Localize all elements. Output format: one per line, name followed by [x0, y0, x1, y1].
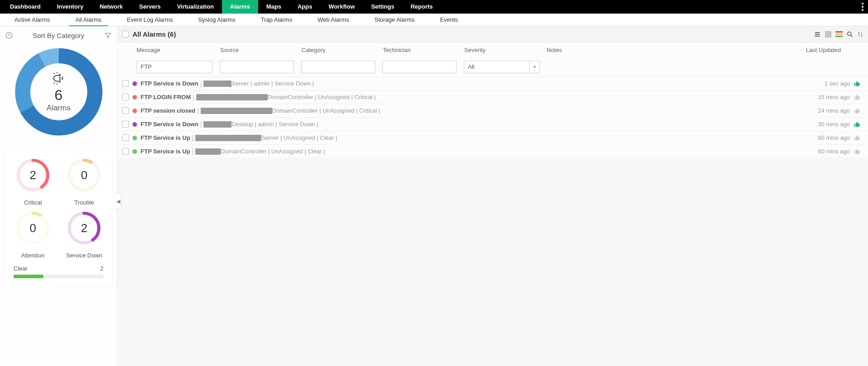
- tab-syslog-alarms[interactable]: Syslog Alarms: [192, 14, 241, 26]
- redacted-source: [195, 148, 221, 155]
- nav-workflow[interactable]: Workflow: [321, 0, 363, 14]
- tab-event-log-alarms[interactable]: Event Log Alarms: [121, 14, 179, 26]
- tab-storage-alarms[interactable]: Storage Alarms: [368, 14, 421, 26]
- nav-settings[interactable]: Settings: [363, 0, 402, 14]
- severity-dot: [132, 136, 137, 140]
- redacted-source: [203, 121, 231, 128]
- severity-dot: [132, 95, 137, 100]
- row-checkbox[interactable]: [122, 94, 129, 100]
- tab-trap-alarms[interactable]: Trap Alarms: [255, 14, 299, 26]
- select-all-checkbox[interactable]: [122, 31, 129, 38]
- sev-attention[interactable]: 0 Attention: [8, 209, 58, 259]
- nav-inventory[interactable]: Inventory: [49, 0, 92, 14]
- alarm-meta: DomainController | UnAssigned | Clear |: [221, 148, 325, 155]
- filter-severity-select[interactable]: All ▾: [464, 61, 540, 73]
- sort-icon[interactable]: [857, 31, 863, 38]
- alarm-time: 60 mins ago: [818, 134, 854, 141]
- alarm-message: FTP LOGIN FROM: [141, 94, 191, 100]
- clear-label: Clear: [14, 265, 100, 272]
- redacted-source: [203, 81, 231, 87]
- svg-rect-17: [835, 33, 843, 35]
- svg-point-2: [862, 9, 863, 11]
- list-title: All Alarms (6): [132, 30, 176, 38]
- severity-cards: 2 Critical 0 Trouble 0 Attention: [5, 151, 113, 284]
- sev-trouble[interactable]: 0 Trouble: [59, 156, 109, 206]
- nav-reports[interactable]: Reports: [402, 0, 441, 14]
- col-severity[interactable]: Severity: [464, 47, 547, 53]
- clear-bar: [14, 275, 104, 278]
- collapse-sidebar-button[interactable]: ◀: [115, 194, 122, 209]
- row-checkbox[interactable]: [122, 134, 129, 141]
- search-icon[interactable]: [846, 31, 854, 38]
- nav-servers[interactable]: Servers: [131, 0, 169, 14]
- filter-source-input[interactable]: [220, 61, 294, 73]
- thumb-up-icon[interactable]: [854, 134, 862, 142]
- alarm-list: All Alarms (6) Message Source Category T…: [118, 26, 868, 366]
- alarm-row[interactable]: FTP Service is Down| Desktop | admin | S…: [118, 118, 868, 131]
- alarm-meta: Server | admin | Service Down |: [231, 80, 314, 87]
- alarm-message: FTP session closed: [141, 107, 195, 114]
- alarms-donut[interactable]: 6 Alarms: [11, 44, 106, 139]
- top-nav: DashboardInventoryNetworkServersVirtuali…: [0, 0, 868, 14]
- nav-apps[interactable]: Apps: [289, 0, 321, 14]
- filter-category-input[interactable]: [301, 61, 375, 73]
- filter-icon[interactable]: [103, 30, 113, 41]
- tab-web-alarms[interactable]: Web Alarms: [311, 14, 355, 26]
- col-category[interactable]: Category: [302, 47, 383, 53]
- alarm-time: 60 mins ago: [818, 148, 854, 155]
- sev-service-down[interactable]: 2 Service Down: [59, 209, 109, 259]
- svg-rect-16: [835, 31, 843, 33]
- more-menu-icon[interactable]: [862, 3, 863, 11]
- col-technician[interactable]: Technician: [383, 47, 464, 53]
- filter-message-input[interactable]: [137, 61, 212, 73]
- nav-virtualization[interactable]: Virtualization: [169, 0, 222, 14]
- redacted-source: [195, 135, 261, 141]
- alarm-row[interactable]: FTP Service is Up| DomainController | Un…: [118, 145, 868, 158]
- thumb-up-icon[interactable]: [854, 148, 862, 155]
- severity-dot: [132, 109, 137, 113]
- col-message[interactable]: Message: [137, 47, 220, 53]
- nav-alarms[interactable]: Alarms: [222, 0, 258, 14]
- thumb-up-icon[interactable]: [854, 107, 862, 114]
- alarm-row[interactable]: FTP Service is Up| Server | UnAssigned |…: [118, 131, 868, 145]
- sev-critical[interactable]: 2 Critical: [8, 156, 58, 206]
- nav-maps[interactable]: Maps: [258, 0, 289, 14]
- severity-dot: [132, 149, 137, 154]
- row-checkbox[interactable]: [122, 107, 129, 114]
- svg-point-0: [862, 3, 863, 5]
- alarm-meta: Desktop | admin | Service Down |: [231, 121, 318, 128]
- alarm-row[interactable]: FTP Service is Down| Server | admin | Se…: [118, 77, 868, 90]
- row-checkbox[interactable]: [122, 80, 129, 87]
- thumb-up-icon[interactable]: [854, 80, 862, 87]
- col-source[interactable]: Source: [220, 47, 302, 53]
- alarm-time: 15 mins ago: [818, 94, 854, 100]
- recent-icon[interactable]: [4, 30, 14, 41]
- nav-network[interactable]: Network: [91, 0, 131, 14]
- col-updated[interactable]: Last Updated: [627, 47, 868, 53]
- tab-active-alarms[interactable]: Active Alarms: [8, 14, 57, 26]
- alarm-meta: DomainController | UnAssigned | Critical…: [268, 94, 376, 100]
- svg-point-19: [848, 32, 851, 35]
- alarm-row[interactable]: FTP LOGIN FROM| DomainController | UnAss…: [118, 90, 868, 104]
- alarm-message: FTP Service is Up: [141, 148, 190, 155]
- filter-technician-input[interactable]: [382, 61, 457, 73]
- sort-label[interactable]: Sort By Category: [14, 32, 103, 39]
- filter-row: All ▾: [118, 57, 868, 77]
- nav-dashboard[interactable]: Dashboard: [2, 0, 49, 14]
- col-notes[interactable]: Notes: [547, 47, 627, 53]
- thumb-up-icon[interactable]: [854, 121, 862, 128]
- clear-count: 2: [100, 265, 104, 272]
- tab-all-alarms[interactable]: All Alarms: [69, 14, 108, 26]
- svg-rect-18: [835, 36, 843, 37]
- view-color-icon[interactable]: [835, 31, 843, 38]
- view-list-icon[interactable]: [814, 31, 821, 38]
- view-grid-icon[interactable]: [825, 31, 832, 38]
- alarm-time: 24 mins ago: [818, 107, 854, 114]
- svg-point-1: [862, 6, 863, 8]
- row-checkbox[interactable]: [122, 121, 129, 128]
- alarm-row[interactable]: FTP session closed| DomainController | U…: [118, 104, 868, 118]
- row-checkbox[interactable]: [122, 148, 129, 155]
- alarm-message: FTP Service is Up: [141, 134, 190, 141]
- thumb-up-icon[interactable]: [854, 94, 862, 101]
- tab-events[interactable]: Events: [434, 14, 464, 26]
